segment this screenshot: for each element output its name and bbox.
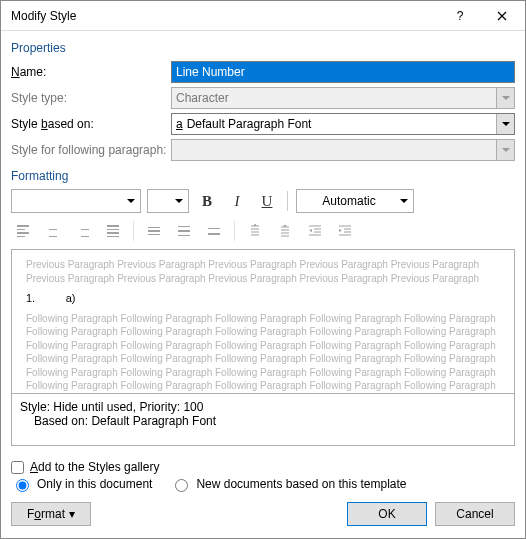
- separator: [287, 191, 288, 211]
- help-button[interactable]: ?: [439, 2, 481, 30]
- format-toolbar-1: B I U Automatic: [11, 189, 515, 213]
- based-on-combo[interactable]: a Default Paragraph Font: [171, 113, 515, 135]
- spacing-1-button[interactable]: [142, 219, 166, 243]
- spacing-15-button[interactable]: [172, 219, 196, 243]
- font-size-combo[interactable]: [147, 189, 189, 213]
- cancel-button[interactable]: Cancel: [435, 502, 515, 526]
- italic-button[interactable]: I: [225, 189, 249, 213]
- preview-pane: Previous Paragraph Previous Paragraph Pr…: [11, 249, 515, 394]
- space-before-dec-button[interactable]: [273, 219, 297, 243]
- chevron-down-icon: [172, 190, 186, 212]
- separator: [133, 221, 134, 241]
- bold-button[interactable]: B: [195, 189, 219, 213]
- align-left-button[interactable]: [11, 219, 35, 243]
- align-center-icon: [47, 225, 59, 237]
- italic-icon: I: [235, 193, 240, 210]
- bold-icon: B: [202, 193, 212, 210]
- underline-button[interactable]: U: [255, 189, 279, 213]
- space-before-inc-button[interactable]: [243, 219, 267, 243]
- line-spacing-icon: [208, 228, 220, 235]
- following-combo: [171, 139, 515, 161]
- chevron-down-icon: [496, 140, 514, 160]
- chevron-down-icon: [496, 88, 514, 108]
- font-color-combo[interactable]: Automatic: [296, 189, 414, 213]
- indent-inc-button[interactable]: [333, 219, 357, 243]
- para-space-icon: [278, 224, 292, 238]
- based-on-value: Default Paragraph Font: [187, 117, 312, 131]
- chevron-down-icon: [496, 114, 514, 134]
- font-name-combo[interactable]: [11, 189, 141, 213]
- formatting-header: Formatting: [11, 169, 515, 183]
- close-button[interactable]: [481, 2, 523, 30]
- para-space-icon: [248, 224, 262, 238]
- close-icon: [497, 11, 507, 21]
- preview-next-text: Following Paragraph Following Paragraph …: [26, 312, 500, 393]
- following-label: Style for following paragraph:: [11, 143, 171, 157]
- spacing-2-button[interactable]: [202, 219, 226, 243]
- only-this-doc-radio[interactable]: Only in this document: [11, 476, 152, 492]
- ok-button[interactable]: OK: [347, 502, 427, 526]
- name-input[interactable]: [171, 61, 515, 83]
- style-type-label: Style type:: [11, 91, 171, 105]
- indent-increase-icon: [338, 224, 352, 238]
- align-right-icon: [77, 225, 89, 237]
- chevron-down-icon: [397, 190, 411, 212]
- preview-sample-text: 1. a): [26, 291, 500, 306]
- chevron-down-icon: [124, 190, 138, 212]
- font-color-value: Automatic: [301, 194, 397, 208]
- based-on-label: Style based on:: [11, 117, 171, 131]
- align-justify-button[interactable]: [101, 219, 125, 243]
- align-right-button[interactable]: [71, 219, 95, 243]
- preview-prev-text: Previous Paragraph Previous Paragraph Pr…: [26, 258, 500, 285]
- titlebar: Modify Style ?: [1, 1, 525, 31]
- chevron-down-icon: ▾: [69, 507, 75, 521]
- separator: [234, 221, 235, 241]
- format-button[interactable]: Format▾: [11, 502, 91, 526]
- add-to-gallery-label[interactable]: Add to the Styles gallery: [30, 460, 159, 474]
- style-type-combo: Character: [171, 87, 515, 109]
- indent-dec-button[interactable]: [303, 219, 327, 243]
- properties-header: Properties: [11, 41, 515, 55]
- underline-icon: U: [262, 193, 273, 210]
- align-left-icon: [17, 225, 29, 237]
- window-title: Modify Style: [11, 9, 439, 23]
- style-description: Style: Hide until used, Priority: 100 Ba…: [11, 394, 515, 446]
- new-docs-radio[interactable]: New documents based on this template: [170, 476, 406, 492]
- align-justify-icon: [107, 225, 119, 237]
- desc-line2: Based on: Default Paragraph Font: [20, 414, 506, 428]
- style-type-value: Character: [176, 91, 229, 105]
- format-toolbar-2: [11, 219, 515, 243]
- add-to-gallery-checkbox[interactable]: [11, 461, 24, 474]
- line-spacing-icon: [178, 226, 190, 237]
- name-label: Name:: [11, 65, 171, 79]
- line-spacing-icon: [148, 227, 160, 236]
- align-center-button[interactable]: [41, 219, 65, 243]
- desc-line1: Style: Hide until used, Priority: 100: [20, 400, 506, 414]
- indent-decrease-icon: [308, 224, 322, 238]
- underline-a-icon: a: [176, 117, 183, 132]
